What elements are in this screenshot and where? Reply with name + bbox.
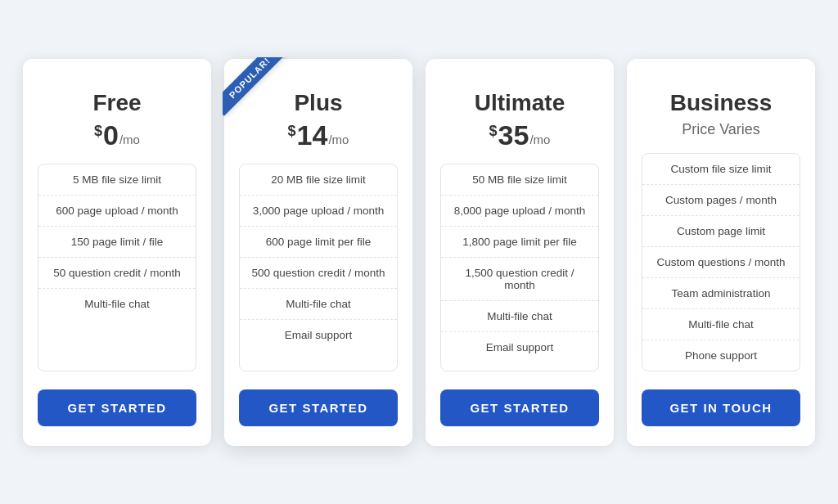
plan-price-ultimate: $35/mo	[489, 121, 551, 149]
feature-item-plus-4: Multi-file chat	[240, 289, 397, 320]
feature-item-plus-0: 20 MB file size limit	[240, 164, 397, 196]
feature-item-free-4: Multi-file chat	[38, 289, 196, 319]
plan-currency-ultimate: $	[489, 123, 498, 140]
plan-card-plus: POPULAR!Plus$14/mo20 MB file size limit3…	[224, 59, 412, 446]
features-list-business: Custom file size limitCustom pages / mon…	[642, 153, 800, 371]
feature-item-business-4: Team administration	[642, 278, 800, 309]
feature-item-business-3: Custom questions / month	[642, 247, 800, 278]
plan-currency-plus: $	[288, 123, 296, 140]
feature-item-plus-1: 3,000 page upload / month	[240, 196, 397, 227]
plan-name-ultimate: Ultimate	[475, 90, 565, 116]
feature-item-business-5: Multi-file chat	[642, 309, 800, 340]
features-list-free: 5 MB file size limit600 page upload / mo…	[38, 164, 196, 371]
plan-name-plus: Plus	[294, 90, 342, 116]
pricing-container: Free$0/mo5 MB file size limit600 page up…	[16, 59, 822, 446]
plan-period-free: /mo	[119, 133, 140, 146]
plan-amount-plus: 14	[297, 121, 328, 149]
plan-price-free: $0/mo	[94, 121, 140, 149]
plan-currency-free: $	[94, 123, 102, 140]
plan-amount-free: 0	[103, 121, 119, 149]
plan-period-plus: /mo	[328, 133, 349, 146]
feature-item-ultimate-1: 8,000 page upload / month	[441, 196, 598, 227]
popular-badge: POPULAR!	[223, 57, 288, 123]
plan-period-ultimate: /mo	[529, 133, 550, 146]
plan-amount-ultimate: 35	[498, 121, 529, 149]
feature-item-business-2: Custom page limit	[642, 216, 800, 247]
plan-card-business: BusinessPrice VariesCustom file size lim…	[627, 59, 815, 446]
cta-button-ultimate[interactable]: GET STARTED	[440, 389, 599, 426]
feature-item-ultimate-2: 1,800 page limit per file	[441, 227, 598, 258]
plan-price-varies-business: Price Varies	[682, 121, 760, 138]
plan-card-ultimate: Ultimate$35/mo50 MB file size limit8,000…	[426, 59, 614, 446]
feature-item-ultimate-5: Email support	[441, 332, 598, 362]
feature-item-plus-2: 600 page limit per file	[240, 227, 397, 258]
feature-item-ultimate-0: 50 MB file size limit	[441, 164, 598, 196]
feature-item-business-0: Custom file size limit	[642, 154, 800, 185]
feature-item-plus-3: 500 question credit / month	[240, 258, 397, 289]
feature-item-free-3: 50 question credit / month	[38, 258, 196, 289]
plan-name-free: Free	[92, 90, 141, 116]
plan-name-business: Business	[670, 90, 773, 116]
feature-item-free-2: 150 page limit / file	[38, 227, 196, 258]
feature-item-plus-5: Email support	[240, 320, 397, 350]
plan-price-plus: $14/mo	[288, 121, 349, 149]
plan-card-free: Free$0/mo5 MB file size limit600 page up…	[23, 59, 211, 446]
feature-item-free-1: 600 page upload / month	[38, 196, 196, 227]
popular-badge-text: POPULAR!	[223, 57, 288, 116]
cta-button-free[interactable]: GET STARTED	[38, 389, 196, 426]
cta-button-plus[interactable]: GET STARTED	[239, 389, 398, 426]
feature-item-free-0: 5 MB file size limit	[38, 164, 196, 196]
features-list-ultimate: 50 MB file size limit8,000 page upload /…	[440, 164, 599, 371]
feature-item-ultimate-4: Multi-file chat	[441, 301, 598, 332]
feature-item-business-1: Custom pages / month	[642, 185, 800, 216]
feature-item-ultimate-3: 1,500 question credit / month	[441, 258, 598, 301]
cta-button-business[interactable]: GET IN TOUCH	[642, 389, 800, 426]
feature-item-business-6: Phone support	[642, 340, 800, 371]
features-list-plus: 20 MB file size limit3,000 page upload /…	[239, 164, 398, 371]
